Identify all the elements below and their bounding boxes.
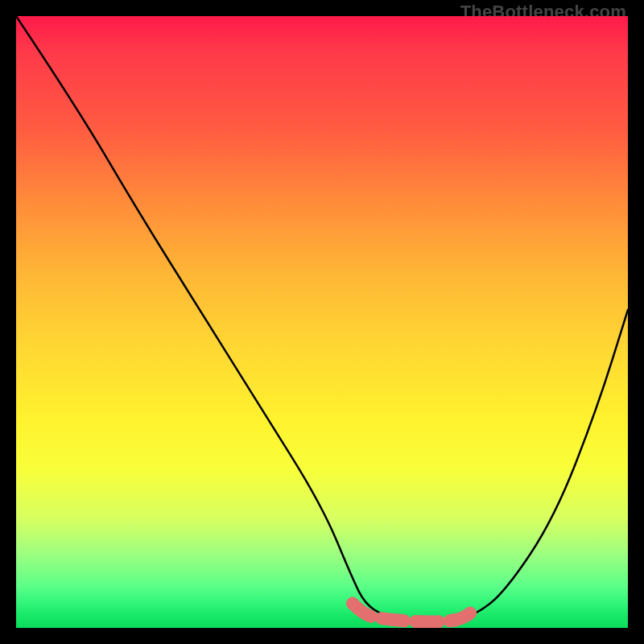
chart-stage: TheBottleneck.com — [0, 0, 644, 644]
plot-area — [16, 16, 628, 628]
bottleneck-curve-path — [16, 16, 628, 621]
chart-overlay-svg — [16, 16, 628, 628]
